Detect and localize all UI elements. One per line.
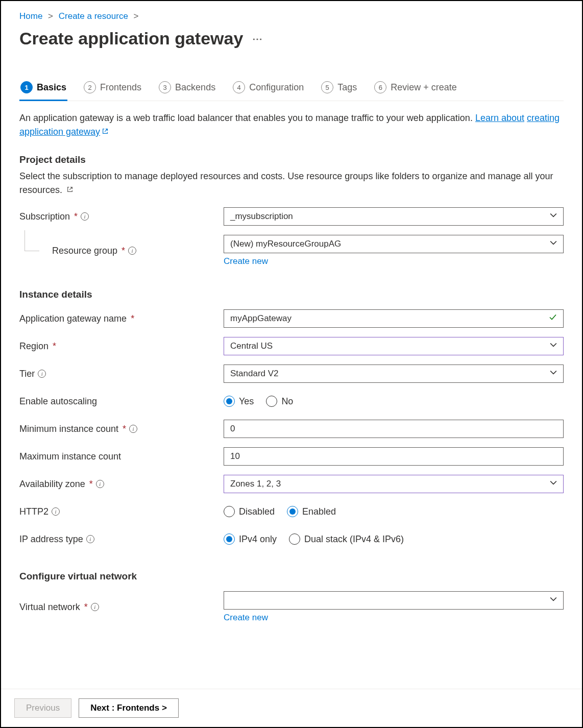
project-details-desc: Select the subscription to manage deploy…	[19, 169, 564, 197]
max-instance-label: Maximum instance count	[19, 451, 121, 462]
tabs: 1 Basics 2 Frontends 3 Backends 4 Config…	[19, 78, 564, 101]
availability-zone-label: Availability zone	[19, 479, 85, 490]
tab-frontends[interactable]: 2 Frontends	[83, 78, 142, 101]
more-icon[interactable]: ⋯	[252, 33, 263, 45]
footer: Previous Next : Frontends >	[1, 689, 582, 727]
virtual-network-label: Virtual network	[19, 602, 80, 613]
min-instance-label: Minimum instance count	[19, 424, 118, 434]
tab-basics[interactable]: 1 Basics	[19, 78, 67, 101]
tab-number: 1	[20, 81, 33, 93]
info-icon[interactable]: i	[86, 535, 94, 543]
tab-label: Backends	[175, 82, 215, 93]
tab-number: 4	[233, 81, 245, 93]
tab-review-create[interactable]: 6 Review + create	[373, 78, 458, 101]
required-icon: *	[74, 211, 78, 222]
tab-number: 2	[84, 81, 96, 93]
region-select[interactable]: Central US	[224, 337, 564, 355]
check-icon	[549, 313, 557, 324]
required-icon: *	[89, 479, 93, 490]
configure-vnet-heading: Configure virtual network	[19, 571, 564, 582]
chevron-down-icon	[550, 239, 557, 249]
required-icon: *	[123, 424, 126, 434]
required-icon: *	[122, 246, 125, 256]
tab-tags[interactable]: 5 Tags	[320, 78, 358, 101]
external-link-icon	[66, 183, 74, 190]
tab-label: Configuration	[249, 82, 304, 93]
next-frontends-button[interactable]: Next : Frontends >	[79, 698, 179, 718]
tab-number: 3	[159, 81, 171, 93]
autoscaling-label: Enable autoscaling	[19, 396, 97, 407]
learn-link[interactable]: Learn about	[475, 113, 524, 123]
chevron-right-icon: >	[48, 11, 53, 21]
http2-enabled-radio[interactable]: Enabled	[287, 506, 336, 517]
page-title: Create application gateway	[19, 29, 243, 48]
tier-label: Tier	[19, 369, 35, 379]
resource-group-select[interactable]: (New) myResourceGroupAG	[224, 235, 564, 253]
info-icon[interactable]: i	[38, 370, 46, 378]
required-icon: *	[84, 602, 88, 613]
app-gateway-name-input[interactable]: myAppGateway	[224, 309, 564, 328]
chevron-down-icon	[550, 341, 557, 351]
chevron-down-icon	[550, 211, 557, 222]
subscription-select[interactable]: _mysubscription	[224, 207, 564, 226]
autoscale-no-radio[interactable]: No	[266, 396, 293, 407]
project-details-heading: Project details	[19, 154, 564, 165]
chevron-down-icon	[550, 595, 557, 605]
external-link-icon	[102, 125, 109, 132]
info-icon[interactable]: i	[96, 480, 104, 488]
tab-label: Frontends	[100, 82, 141, 93]
previous-button: Previous	[14, 698, 71, 718]
tier-select[interactable]: Standard V2	[224, 365, 564, 383]
breadcrumb-create-resource[interactable]: Create a resource	[59, 11, 128, 21]
breadcrumb: Home > Create a resource >	[19, 9, 564, 21]
ip-type-label: IP address type	[19, 534, 83, 545]
subscription-label: Subscription	[19, 211, 70, 222]
instance-details-heading: Instance details	[19, 289, 564, 300]
info-icon[interactable]: i	[128, 247, 136, 255]
chevron-down-icon	[550, 479, 557, 489]
app-gateway-name-label: Application gateway name	[19, 313, 127, 324]
info-icon[interactable]: i	[129, 425, 137, 433]
required-icon: *	[131, 313, 134, 324]
chevron-down-icon	[550, 369, 557, 379]
tab-label: Basics	[37, 82, 66, 93]
tab-configuration[interactable]: 4 Configuration	[232, 78, 305, 101]
tab-number: 6	[374, 81, 386, 93]
tab-label: Review + create	[391, 82, 457, 93]
required-icon: *	[53, 341, 56, 352]
max-instance-input[interactable]: 10	[224, 447, 564, 466]
info-icon[interactable]: i	[81, 212, 89, 221]
info-icon[interactable]: i	[91, 603, 99, 611]
breadcrumb-home[interactable]: Home	[19, 11, 42, 21]
create-new-vnet-link[interactable]: Create new	[224, 613, 268, 623]
dual-stack-radio[interactable]: Dual stack (IPv4 & IPv6)	[289, 533, 404, 545]
create-new-rg-link[interactable]: Create new	[224, 256, 268, 266]
region-label: Region	[19, 341, 48, 352]
tab-label: Tags	[337, 82, 357, 93]
virtual-network-select[interactable]	[224, 591, 564, 610]
resource-group-label: Resource group	[52, 246, 117, 256]
ipv4-only-radio[interactable]: IPv4 only	[224, 533, 277, 545]
autoscale-yes-radio[interactable]: Yes	[224, 396, 254, 407]
info-icon[interactable]: i	[52, 507, 60, 516]
chevron-right-icon: >	[134, 11, 139, 21]
http2-disabled-radio[interactable]: Disabled	[224, 506, 275, 517]
intro-text: An application gateway is a web traffic …	[19, 111, 564, 139]
http2-label: HTTP2	[19, 506, 48, 517]
tab-number: 5	[321, 81, 333, 93]
min-instance-input[interactable]: 0	[224, 420, 564, 438]
availability-zone-select[interactable]: Zones 1, 2, 3	[224, 475, 564, 493]
tab-backends[interactable]: 3 Backends	[158, 78, 216, 101]
